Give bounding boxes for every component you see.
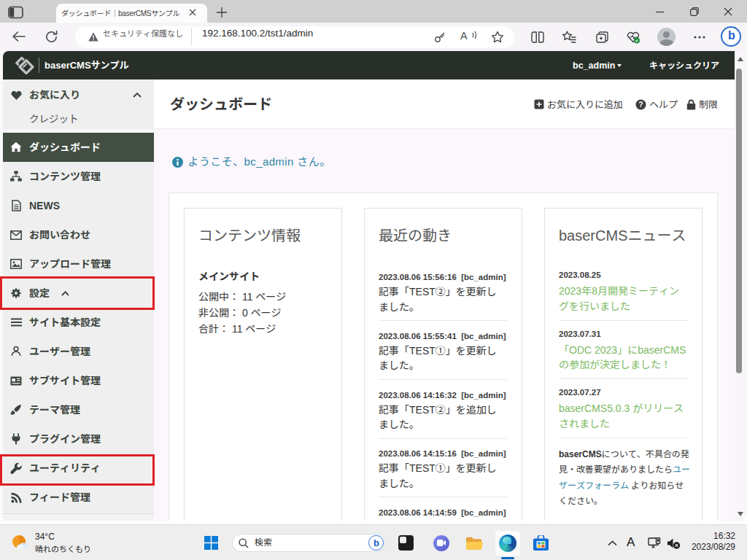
svg-text:?: ? — [638, 100, 643, 109]
